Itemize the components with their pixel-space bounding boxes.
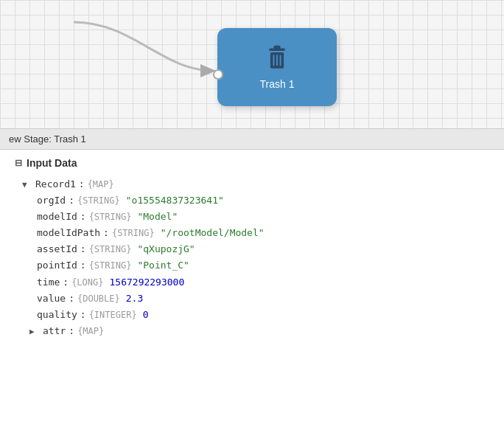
field-value: "Point_C" xyxy=(137,257,189,274)
field-row: assetId : {STRING} "qXupozjG" xyxy=(22,241,489,257)
trash-icon xyxy=(262,44,292,74)
field-type: {STRING} xyxy=(89,242,132,257)
attr-row: ▶ attr : {MAP} xyxy=(22,323,489,339)
record-row: ▼ Record1 : {MAP} xyxy=(22,176,489,192)
field-key: orgId xyxy=(37,192,66,209)
section-label: Input Data xyxy=(27,157,77,169)
field-key: modelIdPath xyxy=(37,225,100,241)
connection-dot xyxy=(213,69,223,80)
canvas-area: Trash 1 xyxy=(0,0,504,129)
field-key: quality xyxy=(37,307,77,323)
stage-header: ew Stage: Trash 1 xyxy=(0,129,504,150)
field-key: time xyxy=(37,274,60,291)
field-row: quality : {INTEGER} 0 xyxy=(22,307,489,323)
trash-node[interactable]: Trash 1 xyxy=(217,28,337,106)
field-row: modelIdPath : {STRING} "/rootModel/Model… xyxy=(22,225,489,241)
section-header: ⊟ Input Data xyxy=(15,157,489,169)
svg-rect-2 xyxy=(273,46,280,49)
field-value: "Model" xyxy=(137,209,178,225)
field-key: assetId xyxy=(37,241,77,257)
field-type: {DOUBLE} xyxy=(77,291,120,306)
fields-container: orgId : {STRING} "o15554837323641"modelI… xyxy=(22,192,489,323)
field-key: modelId xyxy=(37,209,77,225)
record-type: {MAP} xyxy=(88,177,114,192)
field-row: value : {DOUBLE} 2.3 xyxy=(22,291,489,307)
field-value: 2.3 xyxy=(126,291,143,307)
field-key: value xyxy=(37,291,66,307)
record-key: Record1 xyxy=(35,176,76,192)
field-type: {STRING} xyxy=(89,258,132,273)
field-value: "o15554837323641" xyxy=(126,192,224,209)
stage-header-text: ew Stage: Trash 1 xyxy=(9,133,86,145)
field-value: "qXupozjG" xyxy=(137,241,195,257)
node-label: Trash 1 xyxy=(260,78,295,90)
field-value: 1567292293000 xyxy=(110,274,185,291)
field-key: pointId xyxy=(37,257,77,274)
field-row: time : {LONG} 1567292293000 xyxy=(22,274,489,291)
attr-expand-arrow[interactable]: ▶ xyxy=(29,325,40,339)
attr-key: attr xyxy=(43,323,66,339)
field-value: 0 xyxy=(143,307,149,323)
record-expand-arrow[interactable]: ▼ xyxy=(22,178,32,192)
field-value: "/rootModel/Model" xyxy=(161,225,265,241)
field-type: {LONG} xyxy=(71,275,103,290)
field-row: orgId : {STRING} "o15554837323641" xyxy=(22,192,489,209)
field-type: {STRING} xyxy=(112,226,155,240)
field-row: pointId : {STRING} "Point_C" xyxy=(22,257,489,274)
field-row: modelId : {STRING} "Model" xyxy=(22,209,489,225)
field-type: {STRING} xyxy=(89,209,132,224)
attr-type: {MAP} xyxy=(77,324,104,338)
collapse-icon[interactable]: ⊟ xyxy=(15,158,22,168)
data-tree: ▼ Record1 : {MAP} orgId : {STRING} "o155… xyxy=(15,176,489,339)
input-data-panel: ⊟ Input Data ▼ Record1 : {MAP} orgId : {… xyxy=(0,150,504,437)
field-type: {INTEGER} xyxy=(89,308,137,322)
field-type: {STRING} xyxy=(77,193,120,208)
